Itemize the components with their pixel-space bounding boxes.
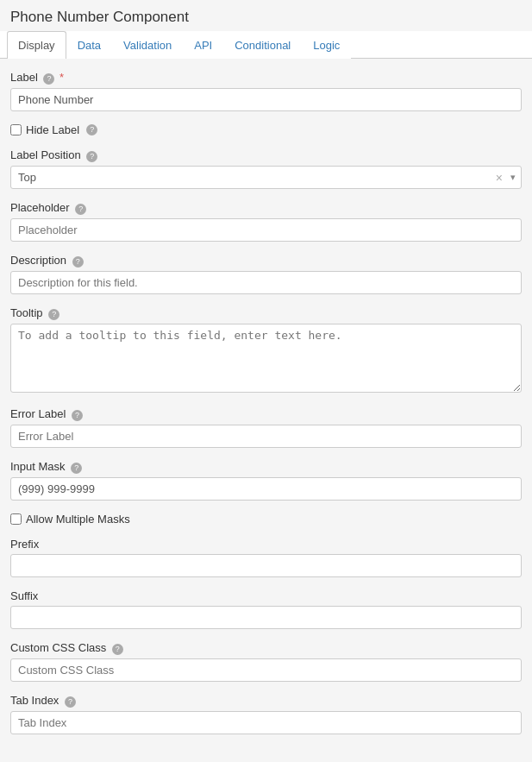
allow-multiple-masks-group: Allow Multiple Masks (10, 513, 522, 526)
error-label-group: Error Label ? (10, 407, 522, 448)
tooltip-help-icon[interactable]: ? (48, 309, 59, 320)
placeholder-input[interactable] (10, 218, 522, 242)
tab-index-group: Tab Index ? (10, 694, 522, 734)
prefix-label: Prefix (10, 538, 522, 551)
tab-api[interactable]: API (183, 31, 223, 59)
description-group: Description ? (10, 254, 522, 294)
custom-css-group: Custom CSS Class ? (10, 641, 522, 682)
tabs-bar: Display Data Validation API Conditional … (0, 31, 532, 59)
label-input[interactable] (10, 88, 522, 111)
tab-conditional[interactable]: Conditional (223, 31, 302, 59)
error-label-input[interactable] (10, 425, 522, 448)
custom-css-label: Custom CSS Class ? (10, 641, 522, 655)
input-mask-group: Input Mask ? (10, 460, 522, 501)
tooltip-textarea[interactable] (10, 324, 522, 393)
hide-label-help-icon[interactable]: ? (86, 124, 97, 135)
allow-multiple-masks-text: Allow Multiple Masks (26, 513, 130, 526)
description-input[interactable] (10, 271, 522, 294)
error-label-help-icon[interactable]: ? (72, 410, 83, 421)
display-tab-content: Label ? * Hide Label ? Label Position ? … (0, 59, 532, 759)
custom-css-help-icon[interactable]: ? (112, 644, 123, 655)
label-position-select-wrapper: Top Left Right Bottom × ▾ (10, 166, 522, 189)
hide-label-checkbox[interactable] (10, 124, 22, 135)
page-title: Phone Number Component (10, 9, 189, 25)
description-label: Description ? (10, 254, 522, 268)
input-mask-label: Input Mask ? (10, 460, 522, 474)
description-help-icon[interactable]: ? (72, 256, 84, 268)
prefix-input[interactable] (10, 554, 522, 577)
placeholder-label: Placeholder ? (10, 201, 522, 215)
tab-index-input[interactable] (10, 711, 522, 734)
input-mask-help-icon[interactable]: ? (71, 463, 82, 474)
hide-label-text: Hide Label (26, 123, 79, 136)
error-label-label: Error Label ? (10, 407, 522, 421)
label-required-star: * (59, 71, 64, 84)
tab-validation[interactable]: Validation (112, 31, 183, 59)
placeholder-group: Placeholder ? (10, 201, 522, 242)
hide-label-group: Hide Label ? (10, 123, 522, 136)
tab-index-label: Tab Index ? (10, 694, 522, 708)
label-position-label: Label Position ? (10, 148, 522, 162)
tooltip-label: Tooltip ? (10, 306, 522, 320)
label-help-icon[interactable]: ? (43, 73, 54, 85)
tab-logic[interactable]: Logic (302, 31, 351, 59)
label-position-group: Label Position ? Top Left Right Bottom ×… (10, 148, 522, 189)
page-header: Phone Number Component (0, 0, 532, 31)
prefix-group: Prefix (10, 538, 522, 577)
suffix-group: Suffix (10, 589, 522, 629)
tab-display[interactable]: Display (7, 31, 66, 59)
label-field-label: Label ? * (10, 71, 522, 85)
label-position-clear-icon[interactable]: × (496, 172, 503, 184)
allow-multiple-masks-checkbox[interactable] (10, 513, 22, 525)
custom-css-input[interactable] (10, 658, 522, 682)
label-position-select[interactable]: Top Left Right Bottom (10, 166, 522, 189)
label-position-help-icon[interactable]: ? (86, 151, 97, 162)
tab-index-help-icon[interactable]: ? (65, 696, 76, 708)
tab-data[interactable]: Data (66, 31, 112, 59)
tooltip-group: Tooltip ? (10, 306, 522, 395)
label-group: Label ? * (10, 71, 522, 111)
suffix-input[interactable] (10, 606, 522, 629)
suffix-label: Suffix (10, 589, 522, 602)
placeholder-help-icon[interactable]: ? (75, 204, 86, 215)
input-mask-input[interactable] (10, 477, 522, 501)
